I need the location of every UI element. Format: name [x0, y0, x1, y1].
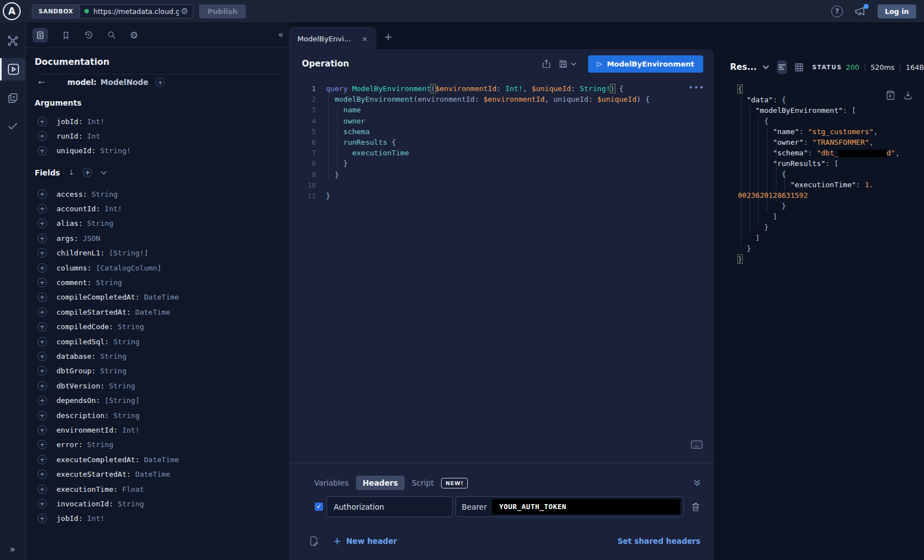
raw-view-toggle-button[interactable]: [777, 60, 787, 74]
field-signature: executeCompletedAt: DateTime: [56, 455, 179, 464]
add-field-to-query-icon[interactable]: +: [37, 514, 47, 523]
publish-button[interactable]: Publish: [199, 4, 246, 18]
code-line[interactable]: 7 executionTime: [289, 148, 714, 158]
history-button[interactable]: [84, 30, 93, 40]
back-arrow-icon[interactable]: ←: [38, 77, 45, 87]
code-line[interactable]: 8 }: [289, 158, 714, 169]
login-button[interactable]: Log in: [878, 4, 916, 18]
add-field-to-query-icon[interactable]: +: [37, 263, 47, 273]
table-view-toggle-button[interactable]: [794, 63, 804, 72]
add-field-to-query-icon[interactable]: +: [37, 131, 47, 141]
add-field-to-query-icon[interactable]: +: [37, 292, 47, 302]
header-editor-row: ✓ Authorization Bearer YOUR_AUTH_TOKEN: [315, 496, 700, 517]
graphql-editor[interactable]: 1query ModelByEnvironment($environmentId…: [289, 83, 714, 201]
run-operation-button[interactable]: ▷ ModelByEnvironment: [588, 55, 703, 73]
sidebar-item-operation-collections[interactable]: [0, 87, 25, 108]
apollo-logo-icon[interactable]: A: [3, 2, 21, 20]
response-line: {: [738, 117, 900, 127]
code-line[interactable]: 4 owner: [289, 116, 714, 126]
add-field-to-query-icon[interactable]: +: [37, 440, 47, 449]
sidebar-item-explorer[interactable]: [0, 58, 25, 80]
add-field-to-query-icon[interactable]: +: [37, 337, 47, 347]
field-signature: runId: Int: [56, 132, 100, 140]
code-line[interactable]: 3 name: [289, 105, 714, 115]
field-signature: compileCompletedAt: DateTime: [56, 293, 179, 301]
add-field-to-query-icon[interactable]: +: [37, 322, 47, 331]
help-icon[interactable]: ?: [831, 6, 843, 17]
add-type-to-query-icon[interactable]: +: [155, 78, 165, 87]
expand-rail-button[interactable]: »: [0, 544, 25, 554]
add-field-to-query-icon[interactable]: +: [37, 204, 47, 213]
plus-icon: +: [333, 535, 341, 547]
code-line[interactable]: 11}: [289, 191, 714, 201]
code-line[interactable]: 10: [289, 180, 714, 191]
header-value-input[interactable]: Bearer YOUR_AUTH_TOKEN: [456, 496, 684, 517]
delete-header-button[interactable]: [691, 502, 700, 512]
breadcrumb-type-link[interactable]: ModelNode: [101, 78, 149, 87]
add-field-to-query-icon[interactable]: +: [37, 381, 47, 391]
add-field-to-query-icon[interactable]: +: [37, 234, 47, 243]
add-field-to-query-icon[interactable]: +: [37, 499, 47, 509]
docs-tab-button[interactable]: [32, 28, 48, 42]
endpoint-url-text[interactable]: https://metadata.cloud.get: [93, 7, 179, 16]
endpoint-url-input[interactable]: https://metadata.cloud.get ⚙: [80, 5, 193, 18]
keyboard-shortcuts-icon[interactable]: [691, 440, 703, 449]
add-field-to-query-icon[interactable]: +: [37, 278, 47, 287]
add-field-to-query-icon[interactable]: +: [37, 117, 47, 126]
response-selector-chevron-icon[interactable]: [762, 65, 769, 69]
code-line[interactable]: 2 modelByEnvironment(environmentId: $env…: [289, 94, 714, 105]
field-signature: database: String: [56, 352, 126, 360]
add-field-to-query-icon[interactable]: +: [37, 455, 47, 464]
auth-token-value[interactable]: YOUR_AUTH_TOKEN: [492, 499, 680, 514]
download-response-button[interactable]: [904, 91, 912, 100]
code-line[interactable]: 6 runResults {: [289, 137, 714, 148]
operation-tab[interactable]: ModelByEnvi... ×: [289, 27, 376, 50]
tab-headers[interactable]: Headers: [356, 476, 405, 490]
save-operation-icon[interactable]: [558, 59, 568, 69]
sidebar-item-schema[interactable]: [0, 30, 25, 51]
apollo-sandbox-screen: A SANDBOX https://metadata.cloud.get ⚙ P…: [0, 0, 924, 560]
add-field-to-query-icon[interactable]: +: [37, 469, 47, 479]
add-field-to-query-icon[interactable]: +: [37, 189, 47, 199]
explorer-settings-button[interactable]: ⚙: [130, 30, 138, 41]
new-header-button[interactable]: + New header: [333, 535, 397, 547]
add-field-to-query-icon[interactable]: +: [37, 485, 47, 494]
code-line[interactable]: 5 schema: [289, 126, 714, 137]
add-field-to-query-icon[interactable]: +: [37, 396, 47, 405]
new-tab-button[interactable]: +: [384, 31, 392, 42]
add-field-to-query-icon[interactable]: +: [37, 411, 47, 420]
add-field-to-query-icon[interactable]: +: [37, 366, 47, 376]
line-number: 7: [289, 149, 326, 157]
add-field-to-query-icon[interactable]: +: [37, 307, 47, 317]
fields-add-options-chevron-icon[interactable]: [101, 170, 107, 175]
collapse-docs-panel-button[interactable]: «: [278, 29, 283, 40]
response-header: Res... STATUS 200 | 520ms | 164B: [718, 56, 924, 78]
header-name-input[interactable]: Authorization: [326, 496, 453, 517]
tab-variables[interactable]: Variables: [314, 476, 349, 490]
sidebar-item-checks[interactable]: [0, 115, 25, 136]
save-options-chevron-icon[interactable]: [571, 62, 576, 66]
add-field-to-query-icon[interactable]: +: [37, 146, 47, 155]
add-field-to-query-icon[interactable]: +: [37, 248, 47, 258]
add-field-to-query-icon[interactable]: +: [37, 352, 47, 361]
search-button[interactable]: [107, 30, 116, 40]
close-tab-icon[interactable]: ×: [362, 35, 368, 43]
tab-script[interactable]: Script: [412, 476, 434, 490]
add-field-to-query-icon[interactable]: +: [37, 425, 47, 435]
sort-fields-icon[interactable]: ↓: [68, 168, 74, 177]
logo-letter: A: [8, 6, 15, 17]
saved-operations-button[interactable]: [61, 31, 70, 40]
announcements-button[interactable]: [854, 6, 866, 17]
field-row: +compiledCode: String: [37, 320, 283, 334]
run-button-label: ModelByEnvironment: [607, 60, 694, 68]
add-all-fields-icon[interactable]: +: [83, 168, 92, 177]
set-shared-headers-link[interactable]: Set shared headers: [618, 537, 700, 545]
header-enabled-checkbox[interactable]: ✓: [315, 502, 323, 511]
share-operation-icon[interactable]: [542, 59, 551, 69]
code-line[interactable]: 1query ModelByEnvironment($environmentId…: [289, 83, 714, 94]
code-line[interactable]: 9 }: [289, 169, 714, 180]
edit-headers-as-json-icon[interactable]: [309, 536, 319, 546]
collapse-bottom-panel-button[interactable]: [693, 479, 702, 487]
endpoint-settings-gear-icon[interactable]: ⚙: [181, 6, 188, 16]
add-field-to-query-icon[interactable]: +: [37, 219, 47, 228]
